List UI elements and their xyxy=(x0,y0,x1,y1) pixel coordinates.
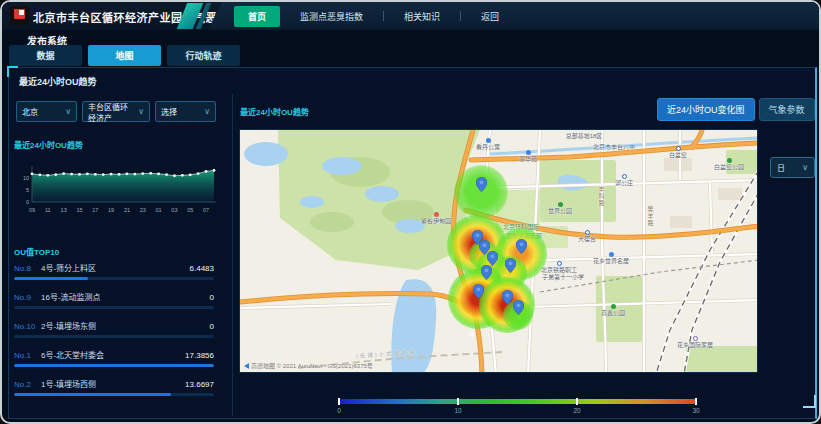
map-label: 墨华苑 xyxy=(519,150,537,163)
svg-text:23: 23 xyxy=(140,207,146,213)
weather-params-button[interactable]: 气象参数 xyxy=(759,98,815,121)
ou-value: 6.4483 xyxy=(190,264,214,273)
chevron-down-icon: ∨ xyxy=(65,107,71,116)
rank-label: No.2 xyxy=(14,380,41,389)
station-name: 4号-筛分上料区 xyxy=(41,262,190,273)
map-label: 世界公园 xyxy=(548,202,572,215)
map-label: 高鑫公园 xyxy=(601,304,625,317)
scale-tick-mark xyxy=(338,398,340,405)
panel-title: 最近24小时OU趋势 xyxy=(19,75,97,88)
app-logo-icon xyxy=(10,6,29,25)
poi-icon xyxy=(485,138,490,143)
nav-knowledge[interactable]: 相关知识 xyxy=(400,10,444,23)
rank-bar xyxy=(14,306,214,309)
nav-back[interactable]: 返回 xyxy=(477,10,503,23)
map-label: 看丹公寓 xyxy=(476,138,500,151)
nav-home[interactable]: 首页 xyxy=(234,6,280,27)
tab-data[interactable]: 数据 xyxy=(9,45,82,66)
map-pin[interactable] xyxy=(502,290,513,305)
map-label: 北京市丰台八中 xyxy=(593,144,635,151)
chevron-down-icon: ∨ xyxy=(138,107,144,116)
nav-odor-index[interactable]: 监测点恶臭指数 xyxy=(296,10,367,23)
metro-station-icon xyxy=(675,146,680,151)
rank-label: No.9 xyxy=(14,293,41,302)
map-label: 花乡国际家居 xyxy=(677,336,713,349)
poi-icon xyxy=(726,158,731,163)
map-label: 总部基地18区 xyxy=(566,133,603,140)
tab-track[interactable]: 行动轨迹 xyxy=(167,45,240,66)
top10-label: OU值TOP10 xyxy=(14,246,59,257)
map-pin[interactable] xyxy=(487,251,498,266)
svg-text:01: 01 xyxy=(156,207,162,213)
map-label: 丰科路 xyxy=(597,186,604,207)
poi-icon xyxy=(610,304,615,309)
map-label: 白盆窑 xyxy=(669,146,687,159)
map-canvas[interactable]: 看丹公寓墨华苑总部基地18区北京市丰台八中白盆窑白盆窑公园郭公庄世界公园北京环科… xyxy=(239,129,758,373)
ou-change-chart-button[interactable]: 近24小时OU变化图 xyxy=(657,98,755,121)
map-pin[interactable] xyxy=(505,258,516,273)
poi-icon xyxy=(433,212,438,217)
select-value: 丰台区循环经济产 xyxy=(88,101,135,123)
map-pin[interactable] xyxy=(476,177,487,192)
scale-tick-label: 10 xyxy=(454,407,461,414)
filter-selects: 北京∨丰台区循环经济产∨选择∨ xyxy=(16,101,216,122)
svg-text:09: 09 xyxy=(29,207,35,213)
map-label: 北京铁路职工 xyxy=(541,261,577,274)
map-period-select[interactable]: 日 ∨ xyxy=(770,157,815,178)
ranking-row: No.102号-填埋场东侧0 xyxy=(14,317,214,346)
ou-value: 13.6697 xyxy=(185,380,214,389)
poi-icon xyxy=(557,202,562,207)
top-nav: 首页监测点恶臭指数相关知识返回 xyxy=(208,2,819,30)
tab-map[interactable]: 地图 xyxy=(88,45,161,66)
top-bar: 北京市丰台区循环经济产业园大气恶臭状况实时 首页监测点恶臭指数相关知识返回 xyxy=(2,2,819,30)
svg-text:17: 17 xyxy=(92,207,98,213)
svg-text:19: 19 xyxy=(108,207,114,213)
svg-text:21: 21 xyxy=(124,207,130,213)
view-tabs: 数据地图行动轨迹 xyxy=(9,45,240,66)
scale-tick-label: 0 xyxy=(337,407,341,414)
svg-text:05: 05 xyxy=(187,207,193,213)
station-name: 1号-填埋场西侧 xyxy=(41,378,185,389)
select-value: 北京 xyxy=(22,106,38,117)
attribution-text: 高德地图 © 2021 AutoNavi - GS(2021)6375号 xyxy=(251,361,373,370)
rank-label: No.10 xyxy=(14,322,41,331)
ou-ranking-list: No.84号-筛分上料区6.4483No.916号-流动监测点0No.102号-… xyxy=(14,259,214,404)
map-pin[interactable] xyxy=(516,239,527,254)
poi-icon xyxy=(608,252,613,257)
station-select[interactable]: 选择∨ xyxy=(155,101,216,122)
poi-icon xyxy=(525,150,530,155)
map-pin[interactable] xyxy=(513,300,524,315)
map-label: 郭公庄 xyxy=(615,174,633,187)
map-label: 紫谷伊甸园 xyxy=(421,212,451,225)
ranking-row: No.916号-流动监测点0 xyxy=(14,288,214,317)
panel-corner-accent xyxy=(7,66,18,77)
rank-bar xyxy=(14,393,214,396)
app-window: 北京市丰台区循环经济产业园大气恶臭状况实时 首页监测点恶臭指数相关知识返回 发布… xyxy=(0,0,821,424)
ranking-row: No.84号-筛分上料区6.4483 xyxy=(14,259,214,288)
rank-label: No.1 xyxy=(14,351,41,360)
park-select[interactable]: 丰台区循环经济产∨ xyxy=(82,101,150,122)
metro-station-icon xyxy=(584,230,589,235)
rank-bar xyxy=(14,364,214,367)
map-pin[interactable] xyxy=(481,265,492,280)
scale-tick-label: 20 xyxy=(573,407,580,414)
station-name: 16号-流动监测点 xyxy=(41,291,210,302)
heat-scale: 0102030 xyxy=(339,399,696,415)
sidebar-divider xyxy=(232,94,233,416)
svg-text:13: 13 xyxy=(61,207,67,213)
svg-text:11: 11 xyxy=(45,207,51,213)
svg-text:07: 07 xyxy=(203,207,209,213)
ranking-row: No.21号-填埋场西侧13.6697 xyxy=(14,375,214,404)
chart-label: 最近24小时OU趋势 xyxy=(14,139,83,150)
city-select[interactable]: 北京∨ xyxy=(16,101,77,122)
nav-separator xyxy=(383,11,384,21)
map-pin[interactable] xyxy=(473,284,484,299)
map-period-value: 日 xyxy=(777,162,785,173)
select-value: 选择 xyxy=(161,106,177,117)
scale-tick-mark xyxy=(576,398,578,405)
panel-corner-accent xyxy=(803,395,816,408)
map-label: 大葆台 xyxy=(578,230,596,243)
nav-separator xyxy=(460,11,461,21)
scale-tick-mark xyxy=(457,398,459,405)
metro-station-icon xyxy=(556,261,561,266)
